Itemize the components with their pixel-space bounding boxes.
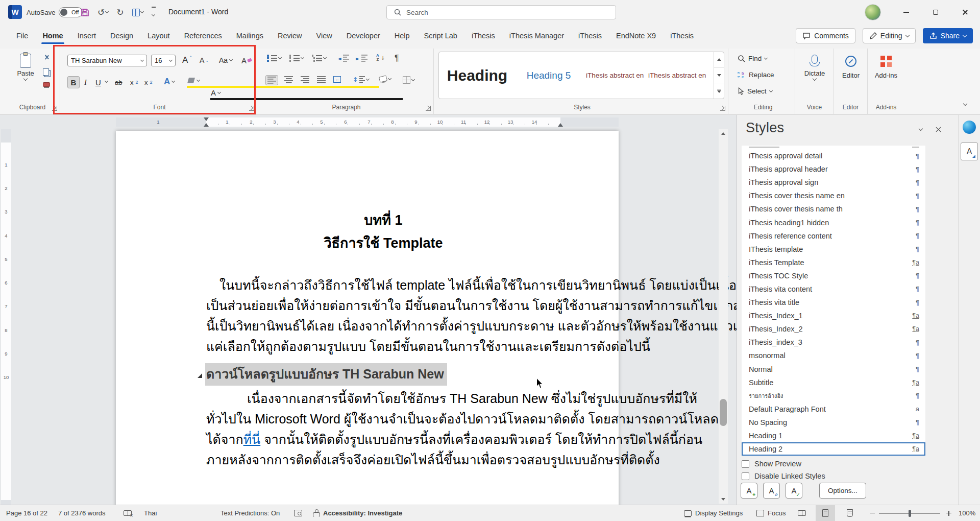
tab-ithesis-1[interactable]: iThesis [464,28,502,45]
justify-button[interactable] [315,75,327,84]
save-button[interactable] [79,7,91,18]
sort-button[interactable]: AZ↓ [375,53,386,63]
style-item[interactable]: iThesis cover thesis name th¶ [742,202,925,216]
style-item[interactable]: No Spacing¶ [742,416,925,429]
document-scrollbar[interactable] [719,129,728,504]
share-button[interactable]: Share [923,28,973,43]
tab-endnote-x9[interactable]: EndNote X9 [609,28,663,45]
bold-button[interactable]: B [67,76,80,88]
grow-font-button[interactable]: Aˆ [181,54,193,66]
manage-styles-button[interactable]: A✓ [786,483,802,499]
show-hide-marks-button[interactable]: ¶ [393,53,401,64]
superscript-button[interactable]: x2 [143,76,154,88]
table-tool-button[interactable] [131,8,145,17]
style-item[interactable]: รายการอ้างอิง¶ [742,389,925,402]
document-page[interactable]: บทที่ 1 วิธีการใช้ Template ในบทนี้จะกล่… [116,131,619,505]
display-settings-button[interactable]: Display Settings [682,505,745,521]
style-inspector-button[interactable]: A⌕ [763,483,780,499]
subscript-button[interactable]: x2 [129,76,140,88]
replace-button[interactable]: bc Replace [738,71,774,79]
tab-insert[interactable]: Insert [70,28,103,45]
tab-script-lab[interactable]: Script Lab [417,28,464,45]
distributed-button[interactable]: ↔ [332,75,342,84]
language-indicator[interactable]: Thai [142,505,159,521]
text-predictions[interactable]: Text Predictions: On [218,505,282,521]
change-case-button[interactable]: Aa [217,54,234,66]
scroll-up-arrow[interactable] [721,132,725,135]
styles-pane-close-icon[interactable] [936,126,942,132]
section-heading[interactable]: ดาวน์โหลดรูปแบบอักษร TH Sarabun New [198,365,447,384]
style-item[interactable]: Heading 1¶a [742,429,925,442]
style-gallery-ithesis-abstract-2[interactable]: iThesis abstract en [644,52,706,99]
zoom-slider[interactable] [879,513,940,514]
hyperlink[interactable]: ที่นี่ [243,432,261,446]
style-item[interactable]: iThesis approval header¶ [742,162,925,176]
word-count[interactable]: 7 of 2376 words [56,505,108,521]
word-logo-icon[interactable]: W [8,5,22,19]
shrink-font-button[interactable]: Aˇ [198,54,209,66]
styles-pane-tab-icon[interactable]: A [961,143,978,160]
collapse-ribbon-button[interactable] [963,102,967,106]
zoom-out-button[interactable] [868,505,877,521]
styles-pane-dropdown-chevron[interactable] [919,126,923,130]
font-name-combobox[interactable]: TH Sarabun New [67,55,147,66]
multilevel-list-button[interactable] [310,54,328,63]
search-box[interactable]: Search [386,5,616,19]
maximize-button[interactable] [921,0,950,25]
proofing-status[interactable] [121,505,134,521]
gallery-more-button[interactable] [714,83,724,99]
styles-dialog-launcher[interactable] [720,106,725,111]
scroll-down-arrow[interactable] [721,498,725,501]
style-item[interactable]: iThesis cover thesis name en¶ [742,189,925,202]
close-button[interactable] [950,0,980,25]
read-mode-button[interactable] [792,505,812,521]
style-item[interactable]: iThesis_index_3¶ [742,336,925,349]
account-avatar[interactable] [865,4,881,20]
tab-home[interactable]: Home [35,28,70,45]
format-painter-icon[interactable] [43,82,50,87]
scrollbar-thumb[interactable] [720,399,727,426]
tab-file[interactable]: File [9,28,35,45]
style-item[interactable]: iThesis approval detail¶ [742,149,925,162]
style-gallery-ithesis-abstract-1[interactable]: iThesis abstract en [582,52,644,99]
style-item[interactable]: iThesis vita title¶ [742,296,925,309]
style-item[interactable]: Default Paragraph Fonta [742,402,925,416]
focus-button[interactable]: Focus [754,505,788,521]
first-line-indent-marker[interactable] [204,117,209,121]
disable-linked-styles-checkbox[interactable]: Disable Linked Styles [742,472,825,480]
clipboard-dialog-launcher[interactable] [52,106,57,111]
editing-mode-button[interactable]: Editing [863,28,916,43]
style-item[interactable]: msonormal¶ [742,349,925,362]
align-left-button[interactable] [265,75,278,85]
gallery-scroll-down-button[interactable] [714,68,724,84]
tab-help[interactable]: Help [387,28,417,45]
text-effects-button[interactable]: A [162,76,176,88]
style-item[interactable]: iThesis TOC Style¶ [742,269,925,282]
copy-icon[interactable] [43,68,49,76]
vertical-ruler[interactable]: 1 2 3 4 5 6 7 8 9 10 [1,129,11,505]
italic-button[interactable]: I [83,76,88,88]
zoom-in-button[interactable] [944,505,953,521]
zoom-level[interactable]: 100% [957,505,977,521]
strikethrough-button[interactable]: ab [113,76,124,88]
bullets-button[interactable] [265,54,283,63]
minimize-button[interactable] [891,0,921,25]
font-size-combobox[interactable]: 16 [151,55,176,66]
comments-button[interactable]: Comments [796,28,855,43]
show-preview-checkbox[interactable]: Show Preview [742,460,801,468]
style-item[interactable]: iThesis approval sign¶ [742,176,925,189]
style-item[interactable]: iThesis reference content¶ [742,229,925,243]
style-item[interactable]: IThesis template¶ [742,243,925,256]
tab-developer[interactable]: Developer [339,28,387,45]
addins-button[interactable]: Add-ins [872,56,900,79]
align-center-button[interactable] [283,75,295,84]
settings-status[interactable] [292,505,304,521]
tab-references[interactable]: References [177,28,229,45]
customize-qat-button[interactable] [150,6,157,18]
tab-layout[interactable]: Layout [140,28,177,45]
autosave-control[interactable]: AutoSave Off [27,7,83,17]
cut-icon[interactable] [43,55,51,62]
shading-button[interactable] [378,75,393,83]
style-item[interactable]: iThesis_Index_1¶a [742,309,925,322]
paragraph-dialog-launcher[interactable] [426,106,431,111]
